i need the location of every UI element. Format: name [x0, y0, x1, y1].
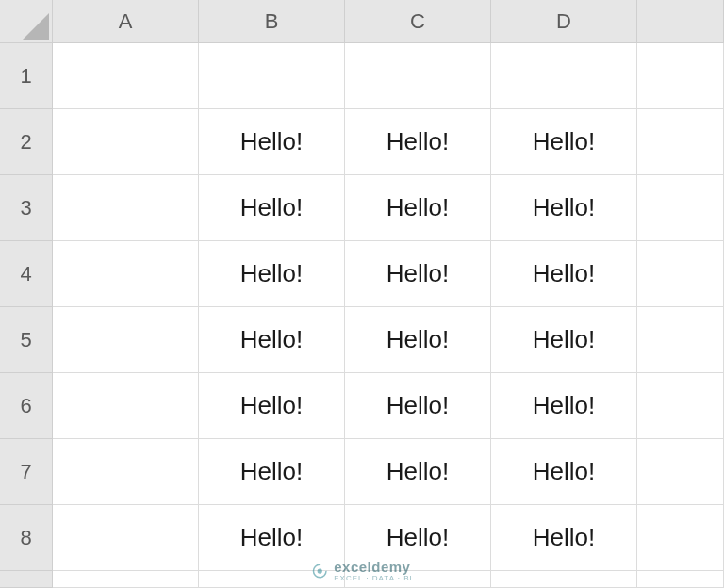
cell-C6[interactable]: Hello!	[345, 373, 491, 439]
cell-A4[interactable]	[53, 241, 199, 307]
select-all-corner[interactable]	[0, 0, 53, 43]
spreadsheet-grid: A B C D 1 2 Hello! Hello! Hello! 3 Hello…	[0, 0, 724, 588]
cell-B5[interactable]: Hello!	[199, 307, 345, 373]
cell-A1[interactable]	[53, 43, 199, 109]
column-header-D[interactable]: D	[491, 0, 637, 43]
cell-C8[interactable]: Hello!	[345, 505, 491, 571]
cell-C9[interactable]	[345, 571, 491, 588]
column-header-C[interactable]: C	[345, 0, 491, 43]
cell-E1[interactable]	[637, 43, 724, 109]
cell-A3[interactable]	[53, 175, 199, 241]
row-header-4[interactable]: 4	[0, 241, 53, 307]
cell-B7[interactable]: Hello!	[199, 439, 345, 505]
column-header-A[interactable]: A	[53, 0, 199, 43]
cell-B9[interactable]	[199, 571, 345, 588]
cell-C3[interactable]: Hello!	[345, 175, 491, 241]
column-header-E[interactable]	[637, 0, 724, 43]
cell-D6[interactable]: Hello!	[491, 373, 637, 439]
cell-B1[interactable]	[199, 43, 345, 109]
cell-C4[interactable]: Hello!	[345, 241, 491, 307]
cell-C2[interactable]: Hello!	[345, 109, 491, 175]
cell-E8[interactable]	[637, 505, 724, 571]
cell-E3[interactable]	[637, 175, 724, 241]
cell-E6[interactable]	[637, 373, 724, 439]
row-header-2[interactable]: 2	[0, 109, 53, 175]
row-header-7[interactable]: 7	[0, 439, 53, 505]
cell-E9[interactable]	[637, 571, 724, 588]
cell-B3[interactable]: Hello!	[199, 175, 345, 241]
cell-D1[interactable]	[491, 43, 637, 109]
cell-E5[interactable]	[637, 307, 724, 373]
cell-B6[interactable]: Hello!	[199, 373, 345, 439]
cell-A6[interactable]	[53, 373, 199, 439]
cell-B8[interactable]: Hello!	[199, 505, 345, 571]
cell-D4[interactable]: Hello!	[491, 241, 637, 307]
select-all-triangle-icon	[23, 13, 49, 40]
cell-C7[interactable]: Hello!	[345, 439, 491, 505]
cell-D7[interactable]: Hello!	[491, 439, 637, 505]
cell-D9[interactable]	[491, 571, 637, 588]
cell-A7[interactable]	[53, 439, 199, 505]
row-header-8[interactable]: 8	[0, 505, 53, 571]
cell-B2[interactable]: Hello!	[199, 109, 345, 175]
cell-A5[interactable]	[53, 307, 199, 373]
row-header-1[interactable]: 1	[0, 43, 53, 109]
row-header-3[interactable]: 3	[0, 175, 53, 241]
cell-D2[interactable]: Hello!	[491, 109, 637, 175]
row-header-9[interactable]	[0, 571, 53, 588]
cell-B4[interactable]: Hello!	[199, 241, 345, 307]
row-header-5[interactable]: 5	[0, 307, 53, 373]
cell-D5[interactable]: Hello!	[491, 307, 637, 373]
cell-C1[interactable]	[345, 43, 491, 109]
svg-marker-0	[23, 13, 49, 40]
column-header-B[interactable]: B	[199, 0, 345, 43]
cell-A8[interactable]	[53, 505, 199, 571]
cell-D8[interactable]: Hello!	[491, 505, 637, 571]
row-header-6[interactable]: 6	[0, 373, 53, 439]
cell-E7[interactable]	[637, 439, 724, 505]
cell-A9[interactable]	[53, 571, 199, 588]
cell-C5[interactable]: Hello!	[345, 307, 491, 373]
cell-E2[interactable]	[637, 109, 724, 175]
cell-D3[interactable]: Hello!	[491, 175, 637, 241]
cell-E4[interactable]	[637, 241, 724, 307]
cell-A2[interactable]	[53, 109, 199, 175]
